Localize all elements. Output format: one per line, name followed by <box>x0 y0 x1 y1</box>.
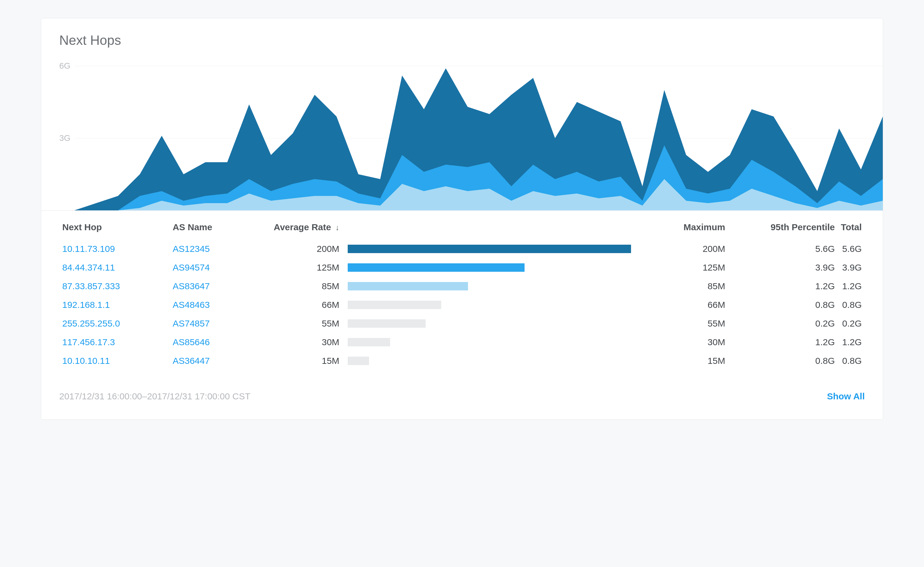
as-name-link[interactable]: AS12345 <box>172 244 210 254</box>
next-hop-link[interactable]: 10.10.10.11 <box>62 356 110 365</box>
p95-value: 3.9G <box>728 258 838 277</box>
rate-bar-fill <box>348 301 441 309</box>
rate-bar-fill <box>348 356 369 365</box>
total-value: 0.2G <box>838 314 865 333</box>
avg-rate-value: 200M <box>264 239 342 258</box>
card-footer: 2017/12/31 16:00:00–2017/12/31 17:00:00 … <box>41 379 883 420</box>
table-wrapper: Next Hop AS Name Average Rate ↓ Maximum … <box>41 211 883 379</box>
p95-value: 0.2G <box>728 314 838 333</box>
total-value: 0.8G <box>838 352 865 370</box>
area-chart: 3G6G <box>41 54 883 211</box>
avg-rate-value: 55M <box>264 314 342 333</box>
next-hop-link[interactable]: 255.255.255.0 <box>62 319 120 328</box>
total-value: 1.2G <box>838 277 865 296</box>
col-header-total-label: Total <box>841 222 862 232</box>
p95-value: 1.2G <box>728 333 838 352</box>
table-row: 84.44.374.11AS94574125M125M3.9G3.9G <box>59 258 865 277</box>
max-value: 66M <box>634 296 728 314</box>
p95-value: 0.8G <box>728 352 838 370</box>
total-value: 5.6G <box>838 239 865 258</box>
total-value: 3.9G <box>838 258 865 277</box>
max-value: 30M <box>634 333 728 352</box>
rate-bar <box>348 263 631 272</box>
max-value: 125M <box>634 258 728 277</box>
avg-rate-value: 66M <box>264 296 342 314</box>
table-header-row: Next Hop AS Name Average Rate ↓ Maximum … <box>59 211 865 239</box>
avg-rate-value: 15M <box>264 352 342 370</box>
sort-desc-icon: ↓ <box>335 223 339 232</box>
show-all-link[interactable]: Show All <box>827 391 865 402</box>
max-value: 85M <box>634 277 728 296</box>
total-value: 0.8G <box>838 296 865 314</box>
next-hops-card: Next Hops 3G6G Next Hop AS Name Average … <box>41 18 883 420</box>
avg-rate-value: 30M <box>264 333 342 352</box>
col-header-p95-label: 95th Percentile <box>771 222 835 232</box>
col-header-avg-rate-label: Average Rate <box>274 222 331 232</box>
p95-value: 0.8G <box>728 296 838 314</box>
table-row: 117.456.17.3AS8564630M30M1.2G1.2G <box>59 333 865 352</box>
rate-bar <box>348 301 631 309</box>
as-name-link[interactable]: AS94574 <box>172 262 210 272</box>
table-row: 255.255.255.0AS7485755M55M0.2G0.2G <box>59 314 865 333</box>
col-header-asname-label: AS Name <box>172 222 212 232</box>
col-header-p95[interactable]: 95th Percentile <box>728 211 838 239</box>
y-axis-tick: 3G <box>59 133 70 143</box>
next-hop-link[interactable]: 117.456.17.3 <box>62 337 115 347</box>
card-header: Next Hops <box>41 18 883 48</box>
next-hop-link[interactable]: 84.44.374.11 <box>62 262 115 272</box>
next-hop-link[interactable]: 87.33.857.333 <box>62 281 120 291</box>
max-value: 15M <box>634 352 728 370</box>
avg-rate-value: 125M <box>264 258 342 277</box>
rate-bar-fill <box>348 319 426 328</box>
col-header-nexthop[interactable]: Next Hop <box>59 211 170 239</box>
as-name-link[interactable]: AS74857 <box>172 319 210 328</box>
avg-rate-value: 85M <box>264 277 342 296</box>
y-axis-tick: 6G <box>59 61 70 71</box>
rate-bar <box>348 356 631 365</box>
table-row: 87.33.857.333AS8364785M85M1.2G1.2G <box>59 277 865 296</box>
rate-bar-fill <box>348 282 468 290</box>
col-header-asname[interactable]: AS Name <box>170 211 264 239</box>
col-header-avg-rate[interactable]: Average Rate ↓ <box>264 211 342 239</box>
as-name-link[interactable]: AS36447 <box>172 356 210 365</box>
table-row: 10.10.10.11AS3644715M15M0.8G0.8G <box>59 352 865 370</box>
rate-bar <box>348 245 631 253</box>
time-range-label: 2017/12/31 16:00:00–2017/12/31 17:00:00 … <box>59 391 250 402</box>
table-row: 10.11.73.109AS12345200M200M5.6G5.6G <box>59 239 865 258</box>
card-title: Next Hops <box>59 33 865 48</box>
max-value: 55M <box>634 314 728 333</box>
next-hops-table: Next Hop AS Name Average Rate ↓ Maximum … <box>59 211 865 370</box>
p95-value: 5.6G <box>728 239 838 258</box>
col-header-bar <box>342 211 634 239</box>
as-name-link[interactable]: AS85646 <box>172 337 210 347</box>
rate-bar <box>348 338 631 346</box>
col-header-max-label: Maximum <box>684 222 725 232</box>
area-chart-svg <box>74 54 883 211</box>
rate-bar <box>348 319 631 328</box>
max-value: 200M <box>634 239 728 258</box>
next-hop-link[interactable]: 192.168.1.1 <box>62 300 110 310</box>
as-name-link[interactable]: AS83647 <box>172 281 210 291</box>
table-row: 192.168.1.1AS4846366M66M0.8G0.8G <box>59 296 865 314</box>
rate-bar-fill <box>348 263 525 272</box>
rate-bar <box>348 282 631 290</box>
next-hop-link[interactable]: 10.11.73.109 <box>62 244 115 254</box>
as-name-link[interactable]: AS48463 <box>172 300 210 310</box>
rate-bar-fill <box>348 245 631 253</box>
rate-bar-fill <box>348 338 390 346</box>
p95-value: 1.2G <box>728 277 838 296</box>
col-header-max[interactable]: Maximum <box>634 211 728 239</box>
col-header-nexthop-label: Next Hop <box>62 222 102 232</box>
total-value: 1.2G <box>838 333 865 352</box>
col-header-total[interactable]: Total <box>838 211 865 239</box>
